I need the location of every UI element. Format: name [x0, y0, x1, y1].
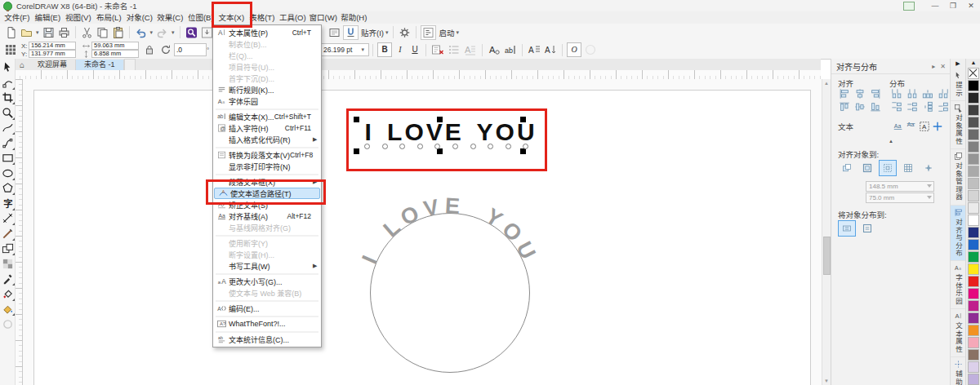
- chevron-down-icon[interactable]: ▾: [172, 29, 175, 36]
- minimize-button[interactable]: —: [926, 0, 944, 11]
- docker-tab-item[interactable]: 对象管理器: [951, 149, 965, 206]
- open-icon[interactable]: [20, 26, 33, 39]
- color-swatch[interactable]: [968, 263, 979, 275]
- chevron-down-icon[interactable]: ▾: [150, 29, 154, 36]
- color-swatch[interactable]: [968, 251, 979, 263]
- interactive-fill-tool-icon[interactable]: [2, 288, 14, 300]
- color-swatch[interactable]: [968, 129, 979, 140]
- vertical-text-icon[interactable]: A: [544, 43, 557, 56]
- home-icon[interactable]: ⌂: [15, 60, 29, 70]
- point-x-input[interactable]: 148.5 mm: [866, 181, 934, 192]
- color-swatch[interactable]: [968, 80, 979, 91]
- search-content-icon[interactable]: [185, 26, 198, 39]
- text-last-baseline-icon[interactable]: Aa: [905, 121, 918, 132]
- character-node[interactable]: [506, 144, 511, 149]
- launcher-icon[interactable]: [421, 25, 436, 40]
- menu-item[interactable]: 编辑(E): [33, 11, 64, 24]
- color-swatch[interactable]: [968, 215, 979, 226]
- font-size-select[interactable]: 26.199 pt ▾: [320, 43, 369, 56]
- selection-handle[interactable]: [520, 148, 526, 154]
- align-center-h-icon[interactable]: [853, 88, 866, 100]
- menu-item[interactable]: 矫正文本(S): [213, 199, 321, 210]
- connector-tool-icon[interactable]: [2, 228, 14, 240]
- import-icon[interactable]: [200, 26, 214, 39]
- bold-button[interactable]: B: [377, 42, 392, 57]
- print-icon[interactable]: [57, 26, 71, 39]
- docker-tab-item[interactable]: Aa字体乐园: [951, 261, 965, 309]
- color-swatch[interactable]: [968, 190, 979, 201]
- outline-button[interactable]: O: [567, 42, 581, 57]
- crop-tool-icon[interactable]: [2, 91, 14, 104]
- color-swatch[interactable]: [968, 104, 979, 116]
- dimension-tool-icon[interactable]: [2, 212, 14, 224]
- rotation-angle-input[interactable]: .0: [174, 43, 207, 56]
- object-width-input[interactable]: 59.063 mm: [91, 42, 139, 50]
- docker-tab-active[interactable]: 对齐与分布: [951, 206, 965, 262]
- distribute-center-h-icon[interactable]: [906, 88, 919, 100]
- menu-item[interactable]: ab编辑文本(X)...Ctrl+Shift+T: [213, 111, 321, 122]
- underline-button[interactable]: U: [408, 43, 421, 56]
- alignto-grid-icon[interactable]: [899, 160, 917, 176]
- menu-item[interactable]: @插入字符(H)Ctrl+F11: [213, 122, 321, 134]
- x-position-input[interactable]: 156.214 mm: [29, 42, 76, 50]
- docker-tab-item[interactable]: 提示: [951, 69, 965, 101]
- align-top-icon[interactable]: [838, 101, 851, 113]
- align-right-icon[interactable]: [869, 88, 882, 100]
- rectangle-tool-icon[interactable]: [2, 152, 14, 164]
- align-left-icon[interactable]: [838, 88, 851, 100]
- menu-item[interactable]: 对象(C): [124, 11, 155, 24]
- paste-icon[interactable]: [111, 26, 125, 39]
- ellipse-tool-icon[interactable]: [2, 167, 14, 179]
- chevron-down-icon[interactable]: ▾: [36, 29, 39, 36]
- distribute-spacing-v-icon[interactable]: [921, 101, 934, 113]
- collapse-arrow-icon[interactable]: ▲: [831, 139, 951, 144]
- distribute-left-icon[interactable]: [890, 88, 903, 100]
- docker-tab-item[interactable]: 辅助线: [951, 357, 965, 385]
- menu-item[interactable]: ab文本统计信息(C)...: [213, 334, 321, 345]
- point-y-input[interactable]: 75.0 mm: [866, 192, 934, 203]
- new-document-icon[interactable]: [4, 26, 18, 39]
- alignto-point-icon[interactable]: [920, 160, 938, 176]
- snap-menu[interactable]: 贴齐(I): [361, 27, 384, 38]
- document-tab[interactable]: 未命名 -1: [76, 60, 124, 70]
- scroll-down-icon[interactable]: ▼: [822, 377, 831, 385]
- gear-icon[interactable]: [398, 26, 412, 39]
- color-swatch[interactable]: [968, 227, 979, 238]
- color-swatch[interactable]: [968, 374, 979, 385]
- color-swatch[interactable]: [968, 288, 979, 299]
- selection-handle[interactable]: [437, 148, 443, 154]
- restore-button[interactable]: ❐: [944, 0, 962, 11]
- menu-item[interactable]: 布局(L): [94, 11, 125, 24]
- menu-item[interactable]: 工具(O): [278, 11, 309, 24]
- y-position-input[interactable]: 131.977 mm: [29, 50, 76, 58]
- save-icon[interactable]: [42, 26, 56, 39]
- path-text[interactable]: I LOVE YOU: [357, 193, 542, 268]
- text-alignment-icon[interactable]: [431, 43, 444, 56]
- character-node[interactable]: [470, 144, 476, 149]
- object-height-input[interactable]: 6.858 mm: [91, 50, 139, 58]
- menu-item[interactable]: Aa对齐基线(A)Alt+F12: [213, 210, 321, 222]
- menu-item[interactable]: 帮助(H): [339, 11, 370, 24]
- color-swatch[interactable]: [968, 276, 979, 287]
- selection-handle[interactable]: [520, 117, 526, 122]
- color-swatch[interactable]: [968, 166, 979, 177]
- docker-flyout-icon[interactable]: ▸: [932, 63, 935, 70]
- color-swatch[interactable]: [968, 202, 979, 214]
- menu-item[interactable]: aA更改大小写(G)...: [213, 276, 321, 287]
- menu-item[interactable]: A文本属性(P)Ctrl+T: [213, 27, 321, 38]
- document-tab[interactable]: 欢迎屏幕: [29, 60, 76, 70]
- distribute-right-icon[interactable]: [937, 88, 950, 100]
- color-swatch[interactable]: [968, 153, 979, 165]
- snap-icon[interactable]: [343, 25, 359, 40]
- polygon-tool-icon[interactable]: [2, 182, 14, 194]
- alignto-page-center-icon[interactable]: [879, 160, 897, 176]
- distribute-middle-icon[interactable]: [906, 101, 919, 113]
- horizontal-text-icon[interactable]: A: [528, 43, 541, 56]
- color-swatch[interactable]: [968, 92, 979, 104]
- shape-tool-icon[interactable]: [2, 77, 14, 89]
- menu-item[interactable]: 位图(B): [185, 11, 216, 24]
- eyedropper-tool-icon[interactable]: [2, 272, 14, 285]
- drawing-canvas[interactable]: I LOVE YOU I LOVE YOU: [23, 79, 822, 385]
- bspline-tool-icon[interactable]: [2, 137, 14, 149]
- menu-item[interactable]: 窗口(W): [308, 11, 339, 24]
